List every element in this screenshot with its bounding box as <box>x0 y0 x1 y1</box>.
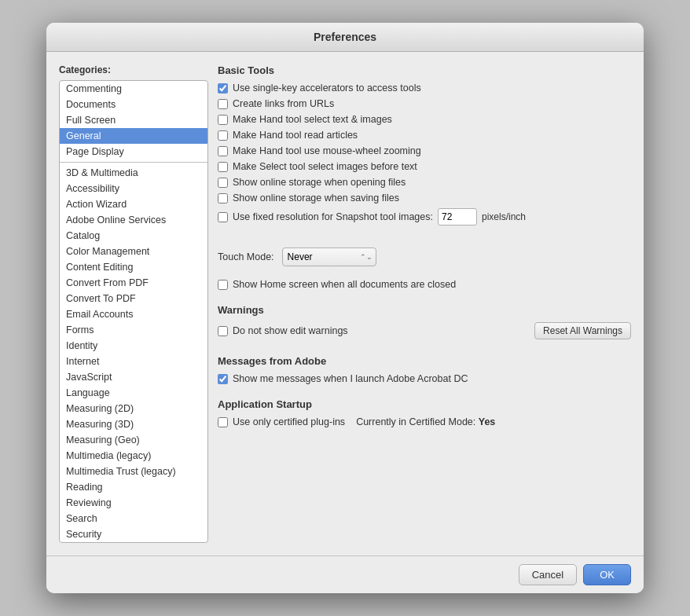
checkbox-select-images: Make Select tool select images before te… <box>218 161 631 172</box>
dialog-titlebar: Preferences <box>46 23 644 52</box>
sidebar-divider <box>60 162 207 163</box>
checkbox-create-links: Create links from URLs <box>218 98 631 109</box>
basic-tools-section: Basic Tools Use single-key accelerators … <box>218 64 631 230</box>
messages-title: Messages from Adobe <box>218 355 631 367</box>
select-images-label: Make Select tool select images before te… <box>233 161 417 172</box>
touch-mode-row: Touch Mode: Never Always Automatic <box>218 248 631 266</box>
sidebar: Categories: Commenting Documents Full Sc… <box>59 64 208 543</box>
checkbox-hand-zoom: Make Hand tool use mouse-wheel zooming <box>218 145 631 156</box>
resolution-unit: pixels/inch <box>482 211 526 222</box>
checkbox-single-key: Use single-key accelerators to access to… <box>218 82 631 94</box>
messages-row: Show me messages when I launch Adobe Acr… <box>218 373 631 384</box>
dialog-footer: Cancel OK <box>46 556 644 593</box>
checkbox-hand-text: Make Hand tool select text & images <box>218 114 631 125</box>
sidebar-item-internet[interactable]: Internet <box>60 354 207 369</box>
sidebar-item-pagedisplay[interactable]: Page Display <box>60 144 207 160</box>
touch-mode-select[interactable]: Never Always Automatic <box>282 248 376 266</box>
resolution-input[interactable] <box>438 208 477 226</box>
sidebar-item-emailaccounts[interactable]: Email Accounts <box>60 306 207 322</box>
touch-mode-select-wrapper: Never Always Automatic <box>282 248 376 266</box>
sidebar-item-reading[interactable]: Reading <box>60 479 207 495</box>
main-content: Basic Tools Use single-key accelerators … <box>218 64 631 543</box>
hand-zoom-checkbox[interactable] <box>218 146 228 156</box>
reset-warnings-button[interactable]: Reset All Warnings <box>534 322 631 339</box>
edit-warnings-checkbox[interactable] <box>218 326 228 336</box>
hand-text-checkbox[interactable] <box>218 115 228 125</box>
sidebar-item-multimedia[interactable]: Multimedia (legacy) <box>60 448 207 464</box>
sidebar-item-commenting[interactable]: Commenting <box>60 81 207 97</box>
messages-label: Show me messages when I launch Adobe Acr… <box>233 373 468 384</box>
touch-mode-label: Touch Mode: <box>218 251 274 262</box>
fixed-resolution-row: Use fixed resolution for Snapshot tool i… <box>218 208 631 226</box>
messages-checkbox[interactable] <box>218 374 228 384</box>
edit-warnings-label: Do not show edit warnings <box>233 325 348 336</box>
sidebar-item-measuring2d[interactable]: Measuring (2D) <box>60 401 207 416</box>
checkbox-hand-articles: Make Hand tool read articles <box>218 130 631 141</box>
hand-text-label: Make Hand tool select text & images <box>233 114 392 125</box>
ok-button[interactable]: OK <box>583 564 631 585</box>
certified-plugins-label: Use only certified plug-ins <box>233 416 345 427</box>
sidebar-item-convertto[interactable]: Convert To PDF <box>60 291 207 306</box>
messages-section: Messages from Adobe Show me messages whe… <box>218 355 631 389</box>
sidebar-item-contentediting[interactable]: Content Editing <box>60 259 207 275</box>
create-links-label: Create links from URLs <box>233 98 334 109</box>
cancel-button[interactable]: Cancel <box>519 564 577 585</box>
sidebar-item-catalog[interactable]: Catalog <box>60 228 207 244</box>
sidebar-item-colormanagement[interactable]: Color Management <box>60 244 207 259</box>
fixed-resolution-label: Use fixed resolution for Snapshot tool i… <box>233 211 433 222</box>
checkbox-show-online-open: Show online storage when opening files <box>218 177 631 188</box>
show-home-row: Show Home screen when all documents are … <box>218 279 631 290</box>
hand-articles-label: Make Hand tool read articles <box>233 130 358 141</box>
online-save-checkbox[interactable] <box>218 193 228 204</box>
show-home-label: Show Home screen when all documents are … <box>233 279 456 290</box>
fixed-resolution-checkbox[interactable] <box>218 212 228 222</box>
warnings-row: Do not show edit warnings Reset All Warn… <box>218 322 631 339</box>
hand-articles-checkbox[interactable] <box>218 130 228 141</box>
sidebar-item-accessibility[interactable]: Accessibility <box>60 181 207 196</box>
startup-row: Use only certified plug-ins Currently in… <box>218 416 631 427</box>
sidebar-item-convertfrom[interactable]: Convert From PDF <box>60 275 207 291</box>
categories-label: Categories: <box>59 64 208 75</box>
sidebar-item-security[interactable]: Security <box>60 526 207 542</box>
sidebar-item-measuringgeo[interactable]: Measuring (Geo) <box>60 432 207 448</box>
sidebar-item-javascript[interactable]: JavaScript <box>60 369 207 385</box>
sidebar-item-forms[interactable]: Forms <box>60 322 207 338</box>
startup-section: Application Startup Use only certified p… <box>218 398 631 432</box>
sidebar-item-language[interactable]: Language <box>60 385 207 401</box>
certified-mode-value: Yes <box>479 416 496 427</box>
warnings-title: Warnings <box>218 304 631 316</box>
sidebar-list: Commenting Documents Full Screen General… <box>59 80 208 543</box>
sidebar-item-multimediatrust[interactable]: Multimedia Trust (legacy) <box>60 464 207 479</box>
sidebar-item-measuring3d[interactable]: Measuring (3D) <box>60 416 207 432</box>
certified-mode-text: Currently in Certified Mode: <box>356 416 475 427</box>
edit-warnings-row: Do not show edit warnings <box>218 325 348 336</box>
basic-tools-title: Basic Tools <box>218 64 631 76</box>
sidebar-item-3d[interactable]: 3D & Multimedia <box>60 165 207 181</box>
online-save-label: Show online storage when saving files <box>233 192 399 204</box>
dialog-body: Categories: Commenting Documents Full Sc… <box>46 52 644 556</box>
sidebar-item-reviewing[interactable]: Reviewing <box>60 495 207 511</box>
show-home-checkbox[interactable] <box>218 280 228 290</box>
warnings-section: Warnings Do not show edit warnings Reset… <box>218 304 631 339</box>
create-links-checkbox[interactable] <box>218 99 228 109</box>
select-images-checkbox[interactable] <box>218 162 228 172</box>
single-key-checkbox[interactable] <box>218 83 228 94</box>
sidebar-item-general[interactable]: General <box>60 128 207 144</box>
certified-plugins-checkbox[interactable] <box>218 417 228 427</box>
sidebar-item-fullscreen[interactable]: Full Screen <box>60 112 207 128</box>
hand-zoom-label: Make Hand tool use mouse-wheel zooming <box>233 145 421 156</box>
sidebar-item-identity[interactable]: Identity <box>60 338 207 354</box>
sidebar-item-actionwizard[interactable]: Action Wizard <box>60 196 207 212</box>
sidebar-item-search[interactable]: Search <box>60 511 207 526</box>
startup-title: Application Startup <box>218 398 631 410</box>
preferences-dialog: Preferences Categories: Commenting Docum… <box>46 23 644 593</box>
single-key-label: Use single-key accelerators to access to… <box>233 82 421 94</box>
online-open-checkbox[interactable] <box>218 178 228 188</box>
dialog-title: Preferences <box>314 31 376 43</box>
checkbox-show-online-save: Show online storage when saving files <box>218 192 631 204</box>
sidebar-item-documents[interactable]: Documents <box>60 97 207 112</box>
certified-mode-label: Currently in Certified Mode: Yes <box>356 416 495 427</box>
online-open-label: Show online storage when opening files <box>233 177 406 188</box>
sidebar-item-adobeonline[interactable]: Adobe Online Services <box>60 212 207 228</box>
